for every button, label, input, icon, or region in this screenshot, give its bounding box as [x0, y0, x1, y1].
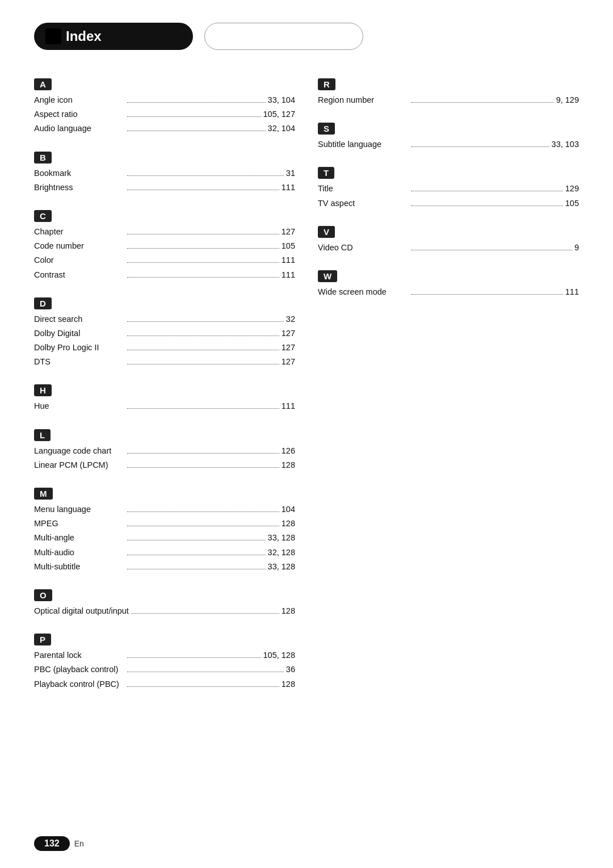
section-letter-p: P — [34, 634, 51, 645]
section-letter-t: T — [318, 167, 334, 179]
entry-dots — [411, 250, 572, 250]
entry-label: Title — [318, 182, 409, 195]
entry-dots — [127, 248, 279, 249]
header: Index — [34, 23, 579, 50]
index-entry: Dolby Pro Logic II127 — [34, 341, 295, 354]
entry-dots — [127, 540, 266, 540]
right-column: RRegion number9, 129SSubtitle language33… — [318, 78, 579, 707]
entry-label: Region number — [318, 94, 409, 107]
entry-label: Audio language — [34, 122, 125, 135]
entry-dots — [411, 146, 549, 147]
entry-dots — [127, 364, 279, 364]
section-letter-d: D — [34, 297, 52, 309]
index-entry: Subtitle language33, 103 — [318, 138, 579, 151]
entry-dots — [127, 526, 279, 526]
section-letter-a: A — [34, 78, 52, 90]
section-letter-w: W — [318, 270, 337, 282]
index-section-r: RRegion number9, 129 — [318, 78, 579, 107]
entry-label: Contrast — [34, 269, 125, 282]
entry-page: 127 — [282, 341, 295, 354]
index-section-w: WWide screen mode111 — [318, 270, 579, 299]
index-entry: Multi-subtitle33, 128 — [34, 560, 295, 573]
entry-label: Chapter — [34, 225, 125, 238]
index-section-b: BBookmark31Brightness111 — [34, 152, 295, 194]
entry-label: DTS — [34, 355, 125, 368]
index-entry: Menu language104 — [34, 503, 295, 516]
index-entry: Code number105 — [34, 240, 295, 253]
index-entry: PBC (playback control)36 — [34, 663, 295, 676]
index-entry: DTS127 — [34, 355, 295, 368]
entry-dots — [127, 408, 279, 409]
entry-dots — [127, 657, 261, 658]
index-entry: Playback control (PBC)128 — [34, 678, 295, 691]
index-entry: Color111 — [34, 254, 295, 267]
entry-dots — [127, 467, 279, 468]
entry-page: 111 — [282, 254, 295, 267]
entry-label: TV aspect — [318, 197, 409, 210]
page: Index AAngle icon33, 104Aspect ratio105,… — [0, 0, 613, 868]
section-letter-h: H — [34, 384, 52, 396]
entry-dots — [127, 336, 279, 336]
index-entry: Video CD9 — [318, 241, 579, 254]
index-entry: Dolby Digital127 — [34, 327, 295, 340]
index-entry: Audio language32, 104 — [34, 122, 295, 135]
entry-page: 9, 129 — [556, 94, 579, 107]
entry-page: 127 — [282, 327, 295, 340]
entry-label: Menu language — [34, 503, 125, 516]
entry-page: 128 — [282, 459, 295, 472]
index-section-v: VVideo CD9 — [318, 226, 579, 254]
entry-page: 105, 127 — [263, 108, 295, 121]
entry-dots — [411, 102, 554, 103]
footer: 132 En — [34, 836, 84, 851]
header-tab-right — [204, 23, 363, 50]
entry-dots — [127, 131, 266, 131]
entry-page: 105 — [282, 240, 295, 253]
entry-page: 31 — [286, 167, 295, 180]
index-columns: AAngle icon33, 104Aspect ratio105, 127Au… — [34, 78, 579, 707]
index-entry: Chapter127 — [34, 225, 295, 238]
entry-page: 127 — [282, 225, 295, 238]
entry-dots — [127, 555, 266, 555]
index-entry: Hue111 — [34, 400, 295, 413]
entry-page: 33, 128 — [268, 560, 295, 573]
entry-label: Optical digital output/input — [34, 605, 129, 618]
entry-label: Color — [34, 254, 125, 267]
entry-page: 111 — [282, 400, 295, 413]
index-entry: Multi-angle33, 128 — [34, 531, 295, 544]
index-section-a: AAngle icon33, 104Aspect ratio105, 127Au… — [34, 78, 295, 136]
section-letter-m: M — [34, 488, 53, 500]
section-letter-s: S — [318, 123, 335, 135]
entry-label: Code number — [34, 240, 125, 253]
entry-dots — [127, 686, 279, 687]
index-tab: Index — [34, 23, 193, 50]
entry-page: 128 — [282, 605, 295, 618]
entry-label: Video CD — [318, 241, 409, 254]
entry-label: Subtitle language — [318, 138, 409, 151]
index-section-m: MMenu language104MPEG128Multi-angle33, 1… — [34, 488, 295, 573]
entry-label: Linear PCM (LPCM) — [34, 459, 125, 472]
index-entry: Language code chart126 — [34, 445, 295, 458]
entry-label: Multi-angle — [34, 531, 125, 544]
index-entry: Linear PCM (LPCM)128 — [34, 459, 295, 472]
entry-page: 33, 128 — [268, 531, 295, 544]
entry-dots — [127, 321, 284, 322]
entry-dots — [127, 190, 279, 190]
entry-label: Wide screen mode — [318, 286, 409, 299]
entry-label: Dolby Digital — [34, 327, 125, 340]
entry-page: 32 — [286, 313, 295, 326]
index-entry: Title129 — [318, 182, 579, 195]
entry-dots — [127, 102, 266, 103]
index-entry: TV aspect105 — [318, 197, 579, 210]
section-letter-v: V — [318, 226, 335, 238]
left-column: AAngle icon33, 104Aspect ratio105, 127Au… — [34, 78, 295, 707]
index-entry: Brightness111 — [34, 181, 295, 194]
page-title: Index — [66, 28, 102, 44]
entry-dots — [127, 453, 279, 454]
section-letter-l: L — [34, 429, 51, 441]
index-entry: Wide screen mode111 — [318, 286, 579, 299]
entry-page: 36 — [286, 663, 295, 676]
entry-page: 9 — [574, 241, 579, 254]
entry-dots — [127, 672, 284, 672]
black-rect-icon — [45, 28, 61, 44]
entry-dots — [411, 191, 563, 191]
